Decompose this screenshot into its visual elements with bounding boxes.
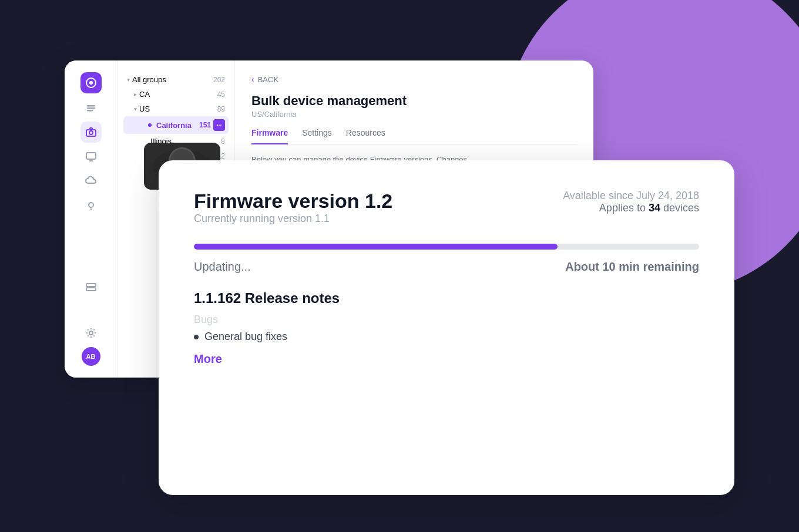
sidebar-icon-gear[interactable] [80,322,102,344]
bugs-label: Bugs [194,314,699,326]
sidebar-icon-bulb[interactable] [80,196,102,217]
applies-suffix: devices [660,202,699,214]
tree-label: CA [139,90,213,99]
tree-count: 89 [217,105,225,113]
svg-rect-4 [87,110,93,112]
tab-bar: Firmware Settings Resources [251,128,577,144]
sidebar-icon-circle[interactable] [80,72,102,93]
back-label: BACK [258,75,278,84]
firmware-running-version: Currently running version 1.1 [194,213,392,225]
progress-bar-fill [194,244,558,250]
svg-rect-9 [86,284,96,287]
chevron-right-icon: ▸ [134,91,137,97]
svg-rect-3 [87,107,95,109]
applies-prefix: Applies to [599,202,649,214]
tree-row-california[interactable]: California 151 ··· [123,116,229,134]
svg-point-11 [89,331,93,335]
bug-text: General bug fixes [204,331,287,343]
tab-firmware[interactable]: Firmware [251,128,288,144]
tree-count: 45 [217,90,225,99]
back-button[interactable]: ‹ BACK [251,75,577,84]
svg-point-8 [89,203,93,207]
firmware-update-card: Firmware version 1.2 Currently running v… [159,160,734,495]
svg-point-1 [89,81,93,85]
tree-count: 151 [199,121,211,129]
tree-count: 202 [213,76,225,84]
more-options-icon[interactable]: ··· [213,119,225,131]
panel-title: Bulk device management [251,93,577,109]
applies-count: 34 [649,202,660,214]
tree-row-all-groups[interactable]: ▾ All groups 202 [123,72,229,87]
remaining-label: About 10 min remaining [565,260,699,274]
tree-label: All groups [132,75,209,84]
progress-bar-container [194,244,699,250]
chevron-down-icon: ▾ [134,106,137,112]
firmware-header: Firmware version 1.2 Currently running v… [194,190,699,239]
svg-rect-7 [86,153,96,159]
svg-rect-2 [87,105,95,107]
updating-label: Updating... [194,260,251,274]
panel-subtitle: US/California [251,110,577,119]
bullet-icon [194,335,199,339]
sidebar-icon-monitor[interactable] [80,146,102,167]
scene-container: AB ▾ All groups 202 ▸ CA 45 [65,37,734,495]
firmware-version-title: Firmware version 1.2 [194,190,392,213]
user-avatar[interactable]: AB [82,347,100,366]
tree-row-ca[interactable]: ▸ CA 45 [123,87,229,102]
svg-point-6 [89,131,93,134]
active-dot-icon [148,123,152,127]
tab-settings[interactable]: Settings [302,128,332,144]
tab-resources[interactable]: Resources [346,128,385,144]
more-link[interactable]: More [194,352,699,366]
sidebar: AB [65,60,118,378]
firmware-available-since: Available since July 24, 2018 [563,190,699,202]
tree-label: US [139,105,213,113]
tree-row-us[interactable]: ▾ US 89 [123,102,229,116]
release-notes-title: 1.1.162 Release notes [194,290,699,307]
sidebar-icon-cloud[interactable] [80,171,102,192]
chevron-down-icon: ▾ [127,76,130,83]
firmware-applies-to: Applies to 34 devices [563,202,699,214]
sidebar-icon-camera[interactable] [80,122,102,143]
sidebar-icon-server[interactable] [80,277,102,298]
bug-item: General bug fixes [194,331,699,343]
back-chevron-icon: ‹ [251,75,254,84]
svg-rect-10 [86,288,96,291]
tree-label: California [156,121,194,130]
sidebar-icon-layers[interactable] [80,97,102,118]
firmware-status: Updating... About 10 min remaining [194,260,699,274]
